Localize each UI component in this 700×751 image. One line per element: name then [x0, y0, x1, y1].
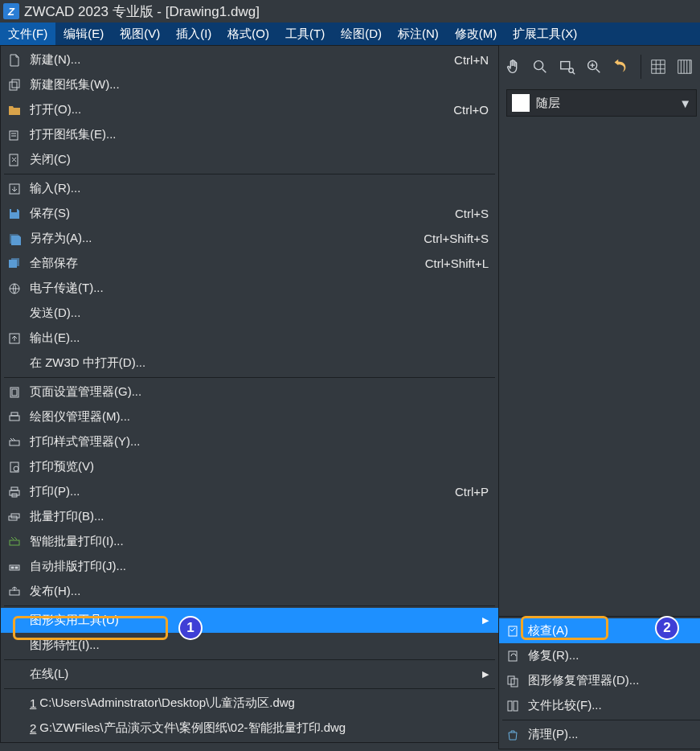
saveall-icon [6, 255, 23, 273]
open-sheetset-icon [6, 126, 23, 144]
sm-audit[interactable]: 核查(A) [499, 618, 700, 643]
layer-dropdown-label: 随层 [536, 96, 560, 111]
mi-new[interactable]: 新建(N)... Ctrl+N [1, 47, 498, 72]
menu-insert[interactable]: 插入(I) [168, 23, 219, 45]
app-logo-icon: Z [3, 3, 19, 19]
new-sheetset-icon [6, 76, 23, 94]
autolayout-icon [6, 558, 23, 576]
svg-rect-10 [11, 258, 19, 266]
menu-dim[interactable]: 标注(N) [390, 23, 447, 45]
mi-open[interactable]: 打开(O)... Ctrl+O [1, 97, 498, 122]
svg-rect-30 [509, 626, 517, 636]
recover-icon [504, 647, 522, 665]
mi-send[interactable]: 发送(D)... [1, 301, 498, 326]
svg-point-19 [14, 466, 18, 471]
mi-saveall[interactable]: 全部保存 Ctrl+Shift+L [1, 251, 498, 276]
mi-new-sheetset[interactable]: 新建图纸集(W)... [1, 72, 498, 97]
plotstyle-icon [6, 433, 23, 451]
mi-etransmit[interactable]: 电子传递(T)... [1, 276, 498, 301]
purge-icon [504, 726, 522, 744]
new-file-icon [6, 51, 23, 69]
menu-edit[interactable]: 编辑(E) [55, 23, 112, 45]
import-icon [6, 180, 23, 198]
recent-file-2[interactable]: 2 G:\ZWFiles\产品演示文件\案例图纸\02-智能批量打印.dwg [1, 716, 498, 741]
mi-publish[interactable]: 发布(H)... [1, 579, 498, 604]
mi-print[interactable]: 打印(P)... Ctrl+P [1, 479, 498, 504]
file-menu: 新建(N)... Ctrl+N 新建图纸集(W)... 打开(O)... Ctr… [0, 45, 499, 743]
sm-recover-manager[interactable]: 图形修复管理器(D)... [499, 668, 700, 693]
mi-autolayout-print[interactable]: 自动排版打印(J)... [1, 554, 498, 579]
menu-draw[interactable]: 绘图(D) [333, 23, 390, 45]
mi-drawing-utilities[interactable]: 图形实用工具(U) ▶ [1, 608, 498, 633]
compare-icon [504, 697, 522, 715]
menu-ext[interactable]: 扩展工具(X) [505, 23, 585, 45]
etransmit-icon [6, 280, 23, 298]
mi-saveas[interactable]: 另存为(A)... Ctrl+Shift+S [1, 226, 498, 251]
submenu-arrow-icon: ▶ [482, 615, 489, 626]
sm-recover[interactable]: 修复(R)... [499, 643, 700, 668]
toolbar-right [495, 45, 700, 87]
blank-icon [6, 720, 23, 737]
sm-file-compare[interactable]: 文件比较(F)... [499, 693, 700, 718]
blank-icon [6, 695, 23, 712]
app-title: ZWCAD 2023 专业版 - [Drawing1.dwg] [24, 2, 260, 21]
print-icon [6, 483, 23, 501]
menu-view[interactable]: 视图(V) [112, 23, 168, 45]
menu-modify[interactable]: 修改(M) [447, 23, 506, 45]
recover-mgr-icon [504, 672, 522, 690]
menu-file[interactable]: 文件(F) [0, 23, 55, 45]
svg-rect-15 [10, 416, 19, 421]
mi-plotstyle-manager[interactable]: 打印样式管理器(Y)... [1, 429, 498, 454]
close-icon [6, 151, 23, 169]
menu-format[interactable]: 格式(O) [219, 23, 277, 45]
grid-icon[interactable] [646, 54, 669, 80]
mi-open-zw3d[interactable]: 在 ZW3D 中打开(D)... [1, 351, 498, 376]
svg-point-0 [534, 60, 543, 69]
zw3d-icon [6, 355, 23, 372]
mi-online[interactable]: 在线(L) ▶ [1, 662, 498, 687]
mi-pagesetup[interactable]: 页面设置管理器(G)... [1, 380, 498, 404]
zoom-icon[interactable] [582, 54, 605, 80]
zoom-window-icon[interactable] [555, 54, 579, 80]
mi-smartprint[interactable]: 智能批量打印(I)... [1, 529, 498, 554]
svg-rect-21 [11, 487, 18, 490]
drawing-utilities-submenu: 核查(A) 修复(R)... 图形修复管理器(D)... 文件比较(F)... … [498, 616, 700, 749]
blank-icon [6, 612, 23, 630]
undo-icon[interactable] [609, 54, 632, 80]
saveas-icon [6, 230, 23, 248]
svg-rect-27 [11, 567, 14, 568]
mi-export[interactable]: 输出(E)... [1, 326, 498, 351]
audit-icon [504, 622, 522, 640]
zoom-extents-icon[interactable] [528, 54, 551, 80]
batchprint-icon [6, 508, 23, 526]
page-setup-icon [6, 384, 23, 401]
mi-import[interactable]: 输入(R)... [1, 176, 498, 201]
svg-rect-20 [10, 490, 19, 495]
mi-open-sheetset[interactable]: 打开图纸集(E)... [1, 122, 498, 147]
recent-file-1[interactable]: 1 C:\Users\Adminstrator\Desktop\儿童活动区.dw… [1, 691, 498, 716]
blank-icon [6, 637, 23, 655]
grid2-icon[interactable] [673, 54, 697, 80]
color-swatch-icon [512, 94, 530, 112]
svg-rect-34 [508, 701, 512, 711]
svg-rect-17 [10, 441, 19, 445]
menu-tools[interactable]: 工具(T) [277, 23, 333, 45]
mi-close[interactable]: 关闭(C) [1, 147, 498, 172]
svg-rect-28 [15, 567, 18, 568]
submenu-arrow-icon: ▶ [482, 669, 489, 679]
sm-purge[interactable]: 清理(P)... [499, 722, 700, 747]
save-icon [6, 205, 23, 223]
mi-batchprint[interactable]: 批量打印(B)... [1, 504, 498, 529]
smartprint-icon [6, 533, 23, 551]
pan-icon[interactable] [501, 54, 525, 80]
mi-plotter-manager[interactable]: 绘图仪管理器(M)... [1, 404, 498, 429]
blank-icon [6, 666, 23, 683]
color-layer-dropdown[interactable]: 随层 ▼ [506, 89, 697, 117]
export-icon [6, 330, 23, 347]
svg-rect-35 [514, 701, 518, 711]
mi-print-preview[interactable]: 打印预览(V) [1, 454, 498, 479]
chevron-down-icon: ▼ [679, 96, 691, 110]
mi-save[interactable]: 保存(S) Ctrl+S [1, 201, 498, 226]
send-icon [6, 305, 23, 322]
mi-drawing-props[interactable]: 图形特性(I)... [1, 633, 498, 658]
